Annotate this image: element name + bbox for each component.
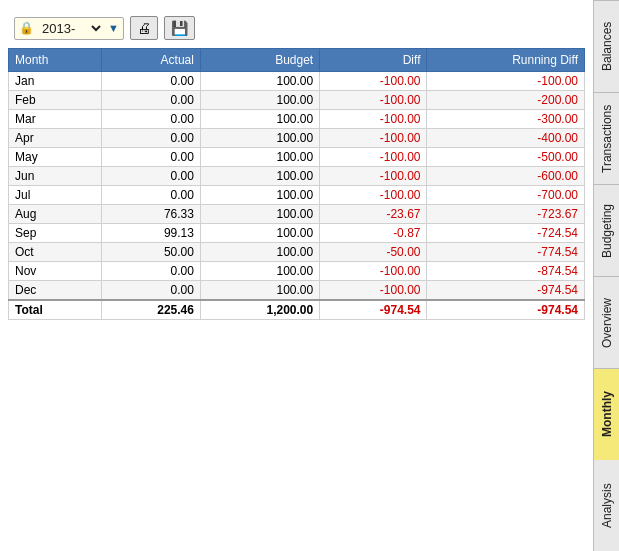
cell-budget: 100.00 — [200, 224, 319, 243]
cell-diff: -0.87 — [320, 224, 427, 243]
cell-month: Jan — [9, 72, 102, 91]
total-label: Total — [9, 300, 102, 320]
table-row: Aug 76.33 100.00 -23.67 -723.67 — [9, 205, 585, 224]
table-row: Sep 99.13 100.00 -0.87 -724.54 — [9, 224, 585, 243]
cell-running-diff: -974.54 — [427, 281, 585, 301]
lock-icon: 🔒 — [19, 21, 34, 35]
cell-actual: 0.00 — [101, 186, 200, 205]
main-content: 🔒 2013- ▼ 🖨 💾 Month Actual Budget Diff R… — [0, 0, 593, 551]
cell-budget: 100.00 — [200, 281, 319, 301]
cell-actual: 0.00 — [101, 129, 200, 148]
sidebar-tab-balances[interactable]: Balances — [594, 0, 619, 92]
cell-running-diff: -500.00 — [427, 148, 585, 167]
dropdown-arrow-icon: ▼ — [108, 22, 119, 34]
sidebar: BalancesTransactionsBudgetingOverviewMon… — [593, 0, 619, 551]
cell-month: Oct — [9, 243, 102, 262]
cell-budget: 100.00 — [200, 205, 319, 224]
cell-diff: -50.00 — [320, 243, 427, 262]
cell-diff: -100.00 — [320, 262, 427, 281]
print-icon: 🖨 — [137, 20, 151, 36]
col-running-diff: Running Diff — [427, 49, 585, 72]
total-actual: 225.46 — [101, 300, 200, 320]
cell-diff: -100.00 — [320, 148, 427, 167]
total-row: Total 225.46 1,200.00 -974.54 -974.54 — [9, 300, 585, 320]
table-row: Oct 50.00 100.00 -50.00 -774.54 — [9, 243, 585, 262]
table-row: Nov 0.00 100.00 -100.00 -874.54 — [9, 262, 585, 281]
table-row: Jan 0.00 100.00 -100.00 -100.00 — [9, 72, 585, 91]
period-select[interactable]: 2013- — [38, 20, 104, 37]
cell-month: Aug — [9, 205, 102, 224]
cell-budget: 100.00 — [200, 243, 319, 262]
sidebar-tab-transactions[interactable]: Transactions — [594, 92, 619, 184]
cell-actual: 0.00 — [101, 110, 200, 129]
total-running-diff: -974.54 — [427, 300, 585, 320]
cell-running-diff: -774.54 — [427, 243, 585, 262]
cell-month: Nov — [9, 262, 102, 281]
cell-actual: 0.00 — [101, 281, 200, 301]
col-diff: Diff — [320, 49, 427, 72]
cell-month: Apr — [9, 129, 102, 148]
col-budget: Budget — [200, 49, 319, 72]
cell-diff: -100.00 — [320, 72, 427, 91]
cell-actual: 50.00 — [101, 243, 200, 262]
cell-running-diff: -724.54 — [427, 224, 585, 243]
total-budget: 1,200.00 — [200, 300, 319, 320]
table-row: Jun 0.00 100.00 -100.00 -600.00 — [9, 167, 585, 186]
total-diff: -974.54 — [320, 300, 427, 320]
cell-actual: 0.00 — [101, 72, 200, 91]
cell-actual: 99.13 — [101, 224, 200, 243]
table-row: Jul 0.00 100.00 -100.00 -700.00 — [9, 186, 585, 205]
cell-diff: -100.00 — [320, 91, 427, 110]
cell-running-diff: -600.00 — [427, 167, 585, 186]
sidebar-tab-monthly[interactable]: Monthly — [594, 368, 619, 460]
table-row: Feb 0.00 100.00 -100.00 -200.00 — [9, 91, 585, 110]
cell-budget: 100.00 — [200, 167, 319, 186]
table-row: Mar 0.00 100.00 -100.00 -300.00 — [9, 110, 585, 129]
cell-running-diff: -100.00 — [427, 72, 585, 91]
table-row: May 0.00 100.00 -100.00 -500.00 — [9, 148, 585, 167]
col-actual: Actual — [101, 49, 200, 72]
cell-diff: -23.67 — [320, 205, 427, 224]
cell-diff: -100.00 — [320, 186, 427, 205]
cell-month: Mar — [9, 110, 102, 129]
sidebar-tab-budgeting[interactable]: Budgeting — [594, 184, 619, 276]
table-row: Apr 0.00 100.00 -100.00 -400.00 — [9, 129, 585, 148]
sidebar-tab-analysis[interactable]: Analysis — [594, 460, 619, 551]
cell-budget: 100.00 — [200, 91, 319, 110]
sidebar-tab-overview[interactable]: Overview — [594, 276, 619, 368]
cell-month: Feb — [9, 91, 102, 110]
cell-running-diff: -200.00 — [427, 91, 585, 110]
cell-running-diff: -400.00 — [427, 129, 585, 148]
table-header-row: Month Actual Budget Diff Running Diff — [9, 49, 585, 72]
cell-budget: 100.00 — [200, 186, 319, 205]
cell-running-diff: -874.54 — [427, 262, 585, 281]
cell-diff: -100.00 — [320, 110, 427, 129]
cell-month: Sep — [9, 224, 102, 243]
cell-budget: 100.00 — [200, 262, 319, 281]
cell-actual: 0.00 — [101, 148, 200, 167]
cell-month: May — [9, 148, 102, 167]
save-icon: 💾 — [171, 20, 188, 36]
cell-running-diff: -300.00 — [427, 110, 585, 129]
cell-actual: 76.33 — [101, 205, 200, 224]
cell-budget: 100.00 — [200, 72, 319, 91]
cell-budget: 100.00 — [200, 129, 319, 148]
table-row: Dec 0.00 100.00 -100.00 -974.54 — [9, 281, 585, 301]
cell-month: Dec — [9, 281, 102, 301]
cell-month: Jul — [9, 186, 102, 205]
cell-month: Jun — [9, 167, 102, 186]
cell-actual: 0.00 — [101, 262, 200, 281]
period-select-wrapper[interactable]: 🔒 2013- ▼ — [14, 17, 124, 40]
print-button[interactable]: 🖨 — [130, 16, 158, 40]
cell-budget: 100.00 — [200, 110, 319, 129]
save-button[interactable]: 💾 — [164, 16, 195, 40]
cell-budget: 100.00 — [200, 148, 319, 167]
cell-actual: 0.00 — [101, 91, 200, 110]
cell-diff: -100.00 — [320, 129, 427, 148]
toolbar: 🔒 2013- ▼ 🖨 💾 — [8, 16, 585, 40]
budget-table: Month Actual Budget Diff Running Diff Ja… — [8, 48, 585, 320]
col-month: Month — [9, 49, 102, 72]
cell-diff: -100.00 — [320, 281, 427, 301]
cell-running-diff: -723.67 — [427, 205, 585, 224]
cell-actual: 0.00 — [101, 167, 200, 186]
